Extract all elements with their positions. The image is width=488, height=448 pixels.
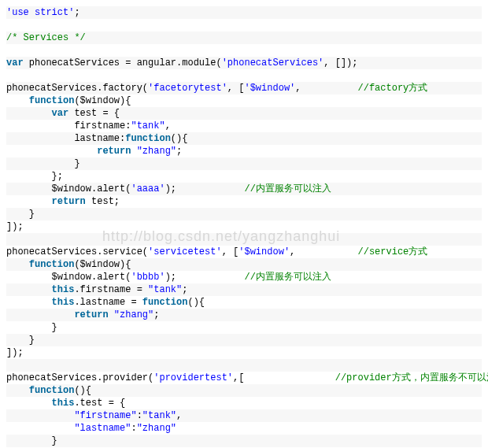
code-line: 'use strict'; xyxy=(6,6,482,19)
code-token-plain: (){ xyxy=(74,385,91,396)
code-line xyxy=(6,359,482,372)
code-token-plain: ,[ xyxy=(233,372,335,383)
code-line: $window.alert('aaaa'); //内置服务可以注入 xyxy=(6,183,482,195)
code-token-plain xyxy=(6,95,29,106)
code-line: $window.alert('bbbb'); //内置服务可以注入 xyxy=(6,271,482,283)
code-token-str: 'use strict' xyxy=(6,7,74,18)
code-token-str: "zhang" xyxy=(137,423,176,434)
code-token-plain xyxy=(6,146,97,157)
code-token-plain: , xyxy=(290,246,357,257)
code-line: } xyxy=(6,334,482,346)
code-line: return "zhang"; xyxy=(6,145,482,157)
code-token-plain: phonecatServices = angular.module( xyxy=(24,57,222,68)
code-token-plain: : xyxy=(137,410,142,421)
code-token-plain xyxy=(6,410,74,421)
code-token-plain: : xyxy=(131,423,136,434)
code-token-cmt: /* Services */ xyxy=(6,32,86,43)
code-line: lastname:function(){ xyxy=(6,132,482,145)
code-token-plain: lastname: xyxy=(6,133,125,144)
code-token-plain: ; xyxy=(153,309,159,320)
code-token-plain: , xyxy=(165,120,171,131)
code-token-cmt: //factory方式 xyxy=(358,83,428,94)
code-token-cmt: //内置服务可以注入 xyxy=(244,183,331,194)
code-token-plain: , []); xyxy=(323,57,357,68)
code-token-plain: ; xyxy=(182,284,187,295)
code-token-kw: function xyxy=(125,133,171,144)
code-line: this.test = { xyxy=(6,397,482,409)
code-token-plain: ($window){ xyxy=(74,95,131,106)
code-line: var test = { xyxy=(6,107,482,120)
code-token-str: "zhang" xyxy=(114,309,153,320)
code-token-plain xyxy=(6,108,52,119)
code-line: function(){ xyxy=(6,384,482,397)
code-line: } xyxy=(6,157,482,170)
code-token-kw: var xyxy=(6,57,24,68)
code-line: firstname:"tank", xyxy=(6,120,482,132)
code-token-plain xyxy=(6,309,74,320)
code-token-plain xyxy=(6,360,12,371)
code-line: } xyxy=(6,435,482,447)
code-token-str: 'phonecatServices' xyxy=(222,57,324,68)
code-line: phonecatServices.factory('facetorytest',… xyxy=(6,82,482,94)
code-token-str: 'aaaa' xyxy=(131,183,165,194)
code-token-str: '$window' xyxy=(244,83,295,94)
code-token-str: "tank" xyxy=(148,284,182,295)
code-token-plain xyxy=(6,20,12,31)
code-token-str: 'servicetest' xyxy=(148,246,222,257)
code-token-plain: $window.alert( xyxy=(6,183,131,194)
code-token-plain: } xyxy=(6,158,80,169)
code-line: "lastname":"zhang" xyxy=(6,422,482,435)
code-line: } xyxy=(6,321,482,334)
code-token-plain: .lastname = xyxy=(74,297,142,308)
code-token-kw: function xyxy=(29,385,75,396)
code-token-kw: this xyxy=(52,398,75,409)
code-token-plain: (){ xyxy=(187,297,205,308)
code-line: }; xyxy=(6,170,482,183)
code-token-kw: function xyxy=(29,259,75,270)
code-token-plain xyxy=(6,385,29,396)
code-token-plain: test = { xyxy=(68,108,120,119)
code-token-plain xyxy=(6,196,52,207)
code-block: 'use strict'; /* Services */ var phoneca… xyxy=(6,6,482,448)
code-token-plain xyxy=(6,398,52,409)
code-token-plain: firstname: xyxy=(6,120,131,131)
code-token-kw: var xyxy=(52,108,69,119)
code-token-plain xyxy=(109,309,114,320)
code-token-plain: ; xyxy=(176,146,182,157)
code-line: phonecatServices.service('servicetest', … xyxy=(6,246,482,258)
code-token-cmt: //service方式 xyxy=(358,246,428,257)
code-token-kw: function xyxy=(142,297,188,308)
code-token-plain: , [ xyxy=(227,83,245,94)
code-line: this.firstname = "tank"; xyxy=(6,283,482,296)
code-token-str: "zhang" xyxy=(137,146,176,157)
code-line: return test; xyxy=(6,195,482,208)
code-token-plain xyxy=(6,259,29,270)
code-token-str: "lastname" xyxy=(74,423,131,434)
code-line: var phonecatServices = angular.module('p… xyxy=(6,57,482,69)
code-token-cmt: //provider方式，内置服务不可以注入 xyxy=(335,372,488,383)
code-token-plain: } xyxy=(6,322,57,333)
code-token-plain: }; xyxy=(6,171,63,182)
code-token-plain: ; xyxy=(74,7,79,18)
code-token-plain: , xyxy=(176,410,182,421)
code-token-plain: $window.alert( xyxy=(6,272,131,283)
code-token-plain xyxy=(6,423,74,434)
code-line xyxy=(6,233,482,246)
code-token-plain: } xyxy=(6,335,35,346)
code-token-str: 'facetorytest' xyxy=(148,83,227,94)
code-token-kw: return xyxy=(74,309,108,320)
code-token-plain: , [ xyxy=(222,246,239,257)
code-token-plain: ($window){ xyxy=(74,259,131,270)
code-token-plain: phonecatServices.provider( xyxy=(6,372,153,383)
code-token-plain: test; xyxy=(86,196,120,207)
code-token-str: 'bbbb' xyxy=(131,272,165,283)
code-token-plain: } xyxy=(6,209,35,220)
code-token-kw: this xyxy=(52,297,75,308)
code-token-kw: function xyxy=(29,95,75,106)
code-token-str: "tank" xyxy=(131,120,165,131)
code-token-plain xyxy=(6,70,12,81)
code-line xyxy=(6,69,482,82)
code-token-plain xyxy=(6,284,52,295)
code-token-plain xyxy=(6,45,12,56)
code-token-plain: ); xyxy=(165,183,245,194)
